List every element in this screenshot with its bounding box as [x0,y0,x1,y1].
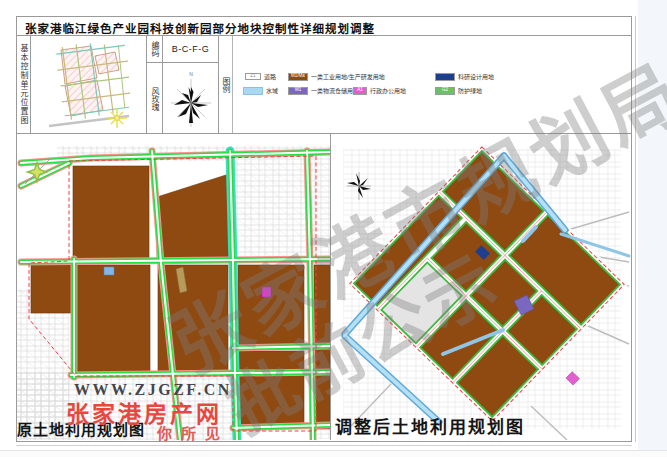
legend-swatch: Z1 [245,73,261,80]
wind-rose-icon: N [168,67,214,131]
legend-item-greenbelt: G2 防护绿地 [435,86,482,95]
sheet-double-border-bottom [16,445,632,446]
unit-map-label: 基本控制单元位置图 [17,36,31,133]
code-windrose-column: 编码 B-C-F-G 风玫瑰 N [146,36,219,133]
legend-item-water: 水域 [243,86,278,95]
drawing-sheet: 张家港临江绿色产业园科技创新园部分地块控制性详细规划调整 基本控制单元位置图 [16,16,632,442]
map-caption-original: 原土地利用规划图 [17,418,145,439]
wind-rose-petals [174,87,208,123]
title-bar: 张家港临江绿色产业园科技创新园部分地块控制性详细规划调整 [17,17,631,36]
windrose-label: 风玫瑰 [147,63,163,134]
admin-parcel [262,287,271,297]
page-margin-right [638,0,667,457]
north-label: N [189,71,193,77]
windrose-row: 风玫瑰 N [147,63,218,134]
legend-item-road: Z1 道路 [245,72,276,81]
map-panel-original: 原土地利用规划图 [17,134,331,440]
industrial-parcel [31,264,71,313]
code-value: B-C-F-G [172,44,210,54]
legend-swatch: W1 [288,87,308,95]
legend-swatch: A1 [353,87,367,95]
adjusted-landuse-map [331,134,631,440]
legend-label: 水域 [266,86,278,95]
legend-label: 道路 [264,72,276,81]
map-panel-adjusted: 调整后土地利用规划图 [331,134,631,440]
code-row: 编码 B-C-F-G [147,36,218,63]
legend-title: 图例 [219,36,233,133]
original-landuse-map [17,134,330,440]
legend-label: 防护绿地 [458,86,482,95]
legend-swatch [243,87,263,95]
minimap-canvas [31,36,146,132]
legend-item-industrial: M1/Ma 一类工业用地/生产研发用地 [288,72,385,81]
legend-label: 科研设计用地 [458,72,494,81]
industrial-parcel [238,351,304,426]
legend-swatch: M1/Ma [288,73,308,81]
industrial-parcel [73,166,149,259]
legend-label: 一类物流仓储用地 [311,86,359,95]
industrial-parcel [238,265,304,345]
industrial-parcel [157,174,229,259]
header-block: 基本控制单元位置图 [17,36,631,134]
legend-label: 一类工业用地/生产研发用地 [311,72,385,81]
legend: Z1 道路 M1/Ma 一类工业用地/生产研发用地 科研设计用地 水域 W1 [233,36,631,133]
minimap-star-marker [107,108,127,128]
legend-item-science: 科研设计用地 [435,72,494,81]
legend-label: 行政办公用地 [370,86,406,95]
planning-document-page: 张家港临江绿色产业园科技创新园部分地块控制性详细规划调整 基本控制单元位置图 [0,0,667,457]
unit-location-minimap [31,36,146,133]
map-caption-adjusted: 调整后土地利用规划图 [335,413,525,438]
code-label: 编码 [147,36,163,62]
legend-swatch: G2 [435,87,455,95]
sheet-double-border-right [635,16,636,442]
maps-area: 原土地利用规划图 [17,134,631,440]
legend-item-logistics: W1 一类物流仓储用地 [288,86,359,95]
water-parcel [104,267,114,275]
legend-swatch [435,73,455,81]
page-title: 张家港临江绿色产业园科技创新园部分地块控制性详细规划调整 [17,17,631,36]
legend-item-admin: A1 行政办公用地 [353,86,406,95]
page-margin-bottom [0,450,667,457]
industrial-parcel [77,265,150,373]
